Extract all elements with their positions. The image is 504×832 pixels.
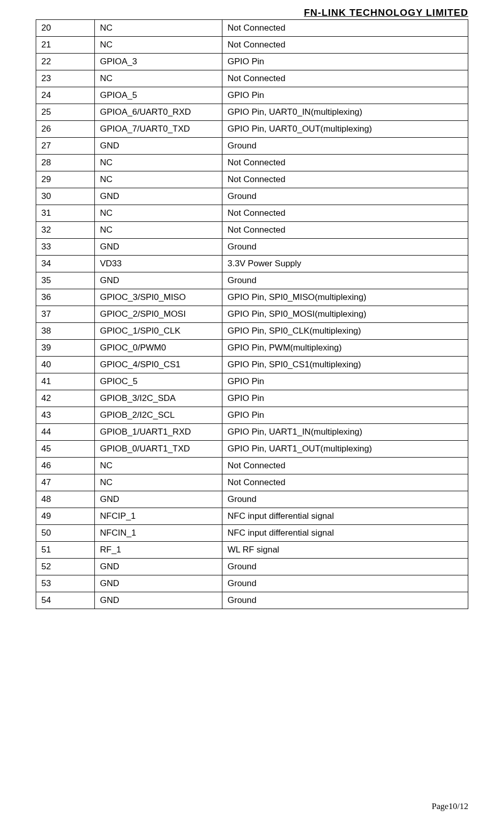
table-row: 36GPIOC_3/SPI0_MISOGPIO Pin, SPI0_MISO(m…	[36, 289, 468, 306]
pin-number: 31	[36, 205, 95, 222]
pin-name: RF_1	[95, 542, 222, 559]
pin-name: GND	[95, 491, 222, 508]
pin-name: GND	[95, 592, 222, 609]
page-footer: Page10/12	[432, 801, 468, 812]
pin-description: Not Connected	[222, 205, 468, 222]
table-row: 53GNDGround	[36, 575, 468, 592]
pin-number: 46	[36, 458, 95, 474]
table-row: 28NCNot Connected	[36, 155, 468, 171]
pin-description: Not Connected	[222, 20, 468, 37]
pin-name: GPIOC_4/SPI0_CS1	[95, 357, 222, 373]
pin-description: Ground	[222, 239, 468, 256]
table-row: 31NCNot Connected	[36, 205, 468, 222]
pin-description: Ground	[222, 559, 468, 575]
pin-name: VD33	[95, 256, 222, 272]
table-row: 32NCNot Connected	[36, 222, 468, 239]
table-row: 44GPIOB_1/UART1_RXDGPIO Pin, UART1_IN(mu…	[36, 424, 468, 441]
pin-description: Not Connected	[222, 222, 468, 239]
table-row: 54GNDGround	[36, 592, 468, 609]
pin-description: GPIO Pin	[222, 54, 468, 70]
pin-description: Ground	[222, 188, 468, 205]
pin-number: 24	[36, 87, 95, 104]
pin-description: WL RF signal	[222, 542, 468, 559]
pin-description: NFC input differential signal	[222, 525, 468, 542]
pin-description: NFC input differential signal	[222, 508, 468, 525]
pin-name: NC	[95, 37, 222, 54]
table-row: 40GPIOC_4/SPI0_CS1GPIO Pin, SPI0_CS1(mul…	[36, 357, 468, 373]
pin-description: GPIO Pin, UART1_IN(multiplexing)	[222, 424, 468, 441]
table-row: 39GPIOC_0/PWM0GPIO Pin, PWM(multiplexing…	[36, 340, 468, 357]
table-row: 34VD333.3V Power Supply	[36, 256, 468, 272]
pin-name: NC	[95, 20, 222, 37]
pin-number: 22	[36, 54, 95, 70]
pin-number: 23	[36, 70, 95, 87]
pin-name: GND	[95, 575, 222, 592]
table-row: 43GPIOB_2/I2C_SCLGPIO Pin	[36, 407, 468, 424]
pin-description: GPIO Pin, SPI0_CLK(multiplexing)	[222, 323, 468, 340]
pin-description: Ground	[222, 592, 468, 609]
pin-description: GPIO Pin	[222, 87, 468, 104]
pin-name: GPIOC_3/SPI0_MISO	[95, 289, 222, 306]
pin-number: 27	[36, 138, 95, 155]
pin-name: GPIOA_6/UART0_RXD	[95, 104, 222, 121]
pin-description: Not Connected	[222, 70, 468, 87]
pin-description: 3.3V Power Supply	[222, 256, 468, 272]
pin-number: 43	[36, 407, 95, 424]
table-row: 21NCNot Connected	[36, 37, 468, 54]
pin-number: 52	[36, 559, 95, 575]
pin-description: GPIO Pin	[222, 407, 468, 424]
pin-description: GPIO Pin, SPI0_MISO(multiplexing)	[222, 289, 468, 306]
pin-number: 21	[36, 37, 95, 54]
pin-name: NC	[95, 222, 222, 239]
pin-description: GPIO Pin, SPI0_MOSI(multiplexing)	[222, 306, 468, 323]
pin-name: GPIOA_3	[95, 54, 222, 70]
table-row: 25GPIOA_6/UART0_RXDGPIO Pin, UART0_IN(mu…	[36, 104, 468, 121]
pin-number: 39	[36, 340, 95, 357]
pin-description: Ground	[222, 491, 468, 508]
table-row: 45GPIOB_0/UART1_TXDGPIO Pin, UART1_OUT(m…	[36, 441, 468, 458]
pin-number: 20	[36, 20, 95, 37]
pin-description: Not Connected	[222, 458, 468, 474]
table-row: 23NCNot Connected	[36, 70, 468, 87]
pin-number: 36	[36, 289, 95, 306]
pin-name: GPIOC_1/SPI0_CLK	[95, 323, 222, 340]
pin-number: 41	[36, 373, 95, 390]
pin-description: GPIO Pin, UART0_IN(multiplexing)	[222, 104, 468, 121]
pin-name: GPIOC_5	[95, 373, 222, 390]
pin-name: NC	[95, 474, 222, 491]
table-row: 37GPIOC_2/SPI0_MOSIGPIO Pin, SPI0_MOSI(m…	[36, 306, 468, 323]
pin-number: 49	[36, 508, 95, 525]
pin-description: GPIO Pin, PWM(multiplexing)	[222, 340, 468, 357]
pin-number: 32	[36, 222, 95, 239]
pin-name: GPIOC_2/SPI0_MOSI	[95, 306, 222, 323]
pin-number: 40	[36, 357, 95, 373]
pin-description: Ground	[222, 272, 468, 289]
pin-name: GPIOB_0/UART1_TXD	[95, 441, 222, 458]
table-row: 35GNDGround	[36, 272, 468, 289]
pin-number: 50	[36, 525, 95, 542]
pin-name: GND	[95, 188, 222, 205]
pin-description: Not Connected	[222, 474, 468, 491]
table-row: 42GPIOB_3/I2C_SDAGPIO Pin	[36, 390, 468, 407]
table-row: 52GNDGround	[36, 559, 468, 575]
pin-table: 20NCNot Connected21NCNot Connected22GPIO…	[36, 19, 468, 609]
table-row: 20NCNot Connected	[36, 20, 468, 37]
pin-name: GPIOB_3/I2C_SDA	[95, 390, 222, 407]
pin-name: NC	[95, 155, 222, 171]
table-row: 27GNDGround	[36, 138, 468, 155]
pin-number: 48	[36, 491, 95, 508]
pin-number: 44	[36, 424, 95, 441]
pin-description: Ground	[222, 138, 468, 155]
pin-number: 45	[36, 441, 95, 458]
table-row: 49NFCIP_1NFC input differential signal	[36, 508, 468, 525]
table-row: 29NCNot Connected	[36, 171, 468, 188]
pin-number: 37	[36, 306, 95, 323]
table-row: 26GPIOA_7/UART0_TXDGPIO Pin, UART0_OUT(m…	[36, 121, 468, 138]
pin-number: 53	[36, 575, 95, 592]
pin-name: NC	[95, 205, 222, 222]
pin-name: NC	[95, 458, 222, 474]
pin-description: GPIO Pin, UART1_OUT(multiplexing)	[222, 441, 468, 458]
pin-number: 28	[36, 155, 95, 171]
pin-description: GPIO Pin, UART0_OUT(multiplexing)	[222, 121, 468, 138]
pin-number: 42	[36, 390, 95, 407]
